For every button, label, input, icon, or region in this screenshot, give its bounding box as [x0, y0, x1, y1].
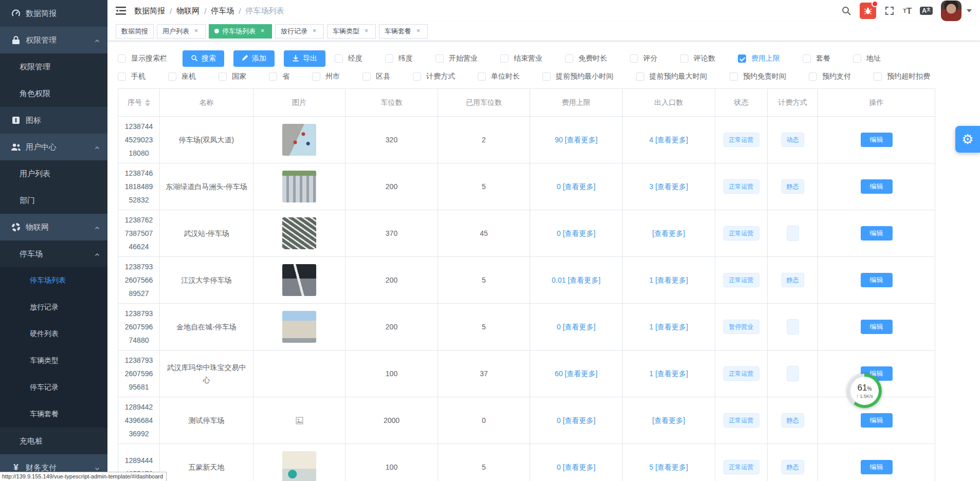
filter-checkbox[interactable]: 手机 [118, 72, 146, 81]
filter-checkbox[interactable]: 开始营业 [435, 54, 478, 63]
filter-checkbox[interactable]: 提前预约最小时间 [542, 72, 613, 81]
filter-checkbox[interactable]: 免费时长 [565, 54, 607, 63]
avatar[interactable] [941, 1, 961, 21]
settings-fab[interactable]: ⚙ [955, 126, 980, 153]
checkbox-box[interactable] [542, 72, 551, 81]
sidebar-item[interactable]: 用户中心 [0, 134, 107, 160]
sidebar-item[interactable]: 车辆套餐 [0, 401, 107, 428]
export-button[interactable]: 导出 [284, 50, 325, 67]
sidebar-item[interactable]: 硬件列表 [0, 321, 107, 347]
checkbox-box[interactable] [630, 54, 638, 63]
filter-checkbox[interactable]: 计费方式 [413, 72, 455, 81]
checkbox-box[interactable] [385, 54, 393, 63]
view-tag[interactable]: 数据简报 [116, 24, 154, 39]
checkbox-box[interactable] [269, 72, 277, 81]
sidebar-item[interactable]: 角色权限 [0, 80, 107, 107]
sidebar-item[interactable]: 权限管理 [0, 53, 107, 80]
edit-button[interactable]: 编辑 [861, 179, 893, 194]
gates-link[interactable]: [查看更多] [652, 415, 685, 426]
sidebar-item[interactable]: 用户列表 [0, 160, 107, 187]
filter-checkbox[interactable]: 费用上限 [738, 54, 780, 63]
fee-limit-link[interactable]: 0 [查看更多] [557, 461, 595, 473]
breadcrumb-item[interactable]: 数据简报 [134, 6, 165, 16]
sort-caret[interactable] [145, 99, 150, 106]
checkbox-box[interactable] [118, 72, 126, 81]
checkbox-box[interactable] [809, 72, 817, 81]
gates-link[interactable]: 5 [查看更多] [649, 461, 688, 473]
sidebar-item[interactable]: 图标 [0, 107, 107, 134]
close-icon[interactable]: × [311, 27, 318, 35]
filter-checkbox[interactable]: 座机 [168, 72, 196, 81]
translate-icon[interactable]: A文 [920, 7, 933, 15]
parking-photo[interactable] [282, 451, 316, 481]
fullscreen-icon[interactable] [884, 6, 895, 16]
checkbox-box[interactable] [636, 72, 644, 81]
edit-button[interactable]: 编辑 [861, 413, 893, 428]
checkbox-box[interactable] [500, 54, 509, 63]
breadcrumb-item[interactable]: 停车场 [211, 6, 234, 16]
gates-link[interactable]: 4 [查看更多] [649, 134, 688, 145]
checkbox-box[interactable] [413, 72, 421, 81]
fee-limit-link[interactable]: 60 [查看更多] [555, 368, 597, 379]
sidebar-item[interactable]: 部门 [0, 187, 107, 214]
checkbox-box[interactable] [168, 72, 176, 81]
filter-checkbox[interactable]: 经度 [335, 54, 362, 63]
filter-checkbox[interactable]: 州市 [312, 72, 340, 81]
filter-checkbox[interactable]: 套餐 [803, 54, 830, 63]
filter-checkbox[interactable]: 地址 [853, 54, 881, 63]
edit-button[interactable]: 编辑 [861, 273, 893, 287]
filter-checkbox[interactable]: 评论数 [680, 54, 715, 63]
add-button[interactable]: 添加 [233, 50, 275, 67]
sort-desc-icon[interactable] [145, 103, 150, 106]
sidebar-item[interactable]: 放行记录 [0, 294, 107, 321]
fee-limit-link[interactable]: 0.01 [查看更多] [552, 274, 601, 286]
parking-photo[interactable] [282, 217, 316, 249]
gates-link[interactable]: [查看更多] [652, 228, 685, 239]
fee-limit-link[interactable]: 90 [查看更多] [555, 134, 597, 145]
parking-photo[interactable] [282, 311, 316, 343]
checkbox-box[interactable] [874, 72, 882, 81]
sidebar-item[interactable]: 充电桩 [0, 428, 107, 454]
sidebar-item[interactable]: 停车记录 [0, 374, 107, 401]
checkbox-box[interactable] [219, 72, 227, 81]
gates-link[interactable]: 1 [查看更多] [649, 321, 688, 332]
filter-checkbox[interactable]: 预约支付 [809, 72, 851, 81]
parking-photo[interactable] [282, 124, 316, 156]
edit-button[interactable]: 编辑 [861, 320, 893, 334]
view-tag[interactable]: 车辆类型× [327, 24, 376, 39]
checkbox-box[interactable] [312, 72, 320, 81]
gates-link[interactable]: 3 [查看更多] [649, 181, 688, 192]
fee-limit-link[interactable]: 0 [查看更多] [557, 181, 595, 192]
sidebar-item[interactable]: 物联网 [0, 214, 107, 240]
checkbox-box[interactable] [335, 54, 343, 63]
gates-link[interactable]: 1 [查看更多] [649, 274, 688, 286]
filter-checkbox[interactable]: 预约免责时间 [730, 72, 786, 81]
sidebar-item[interactable]: 权限管理 [0, 27, 107, 53]
view-tag[interactable]: 用户列表× [157, 24, 206, 39]
parking-photo[interactable] [282, 264, 316, 296]
sidebar-item[interactable]: 数据简报 [0, 0, 107, 27]
error-log-button[interactable] [860, 3, 876, 19]
checkbox-box[interactable] [853, 54, 861, 63]
close-icon[interactable]: × [192, 27, 200, 35]
filter-checkbox[interactable]: 评分 [630, 54, 658, 63]
checkbox-box[interactable] [730, 72, 738, 81]
filter-checkbox[interactable]: 单位时长 [478, 72, 520, 81]
filter-checkbox[interactable]: 结束营业 [500, 54, 542, 63]
checkbox-box[interactable] [565, 54, 573, 63]
view-tag[interactable]: 车辆套餐× [379, 24, 428, 39]
font-size-icon[interactable]: TT [903, 7, 912, 15]
sort-asc-icon[interactable] [145, 99, 150, 102]
checkbox-box[interactable] [680, 54, 688, 63]
gates-link[interactable]: 1 [查看更多] [649, 368, 688, 379]
filter-checkbox[interactable]: 提前预约最大时间 [636, 72, 707, 81]
fee-limit-link[interactable]: 0 [查看更多] [557, 228, 595, 239]
edit-button[interactable]: 编辑 [861, 133, 893, 147]
search-button[interactable]: 搜索 [183, 50, 224, 67]
edit-button[interactable]: 编辑 [861, 460, 893, 474]
close-icon[interactable]: × [362, 27, 370, 35]
checkbox-box[interactable] [435, 54, 444, 63]
view-tag[interactable]: 放行记录× [275, 24, 324, 39]
sidebar-item[interactable]: 停车场列表 [0, 267, 107, 294]
hamburger-icon[interactable] [116, 6, 126, 15]
